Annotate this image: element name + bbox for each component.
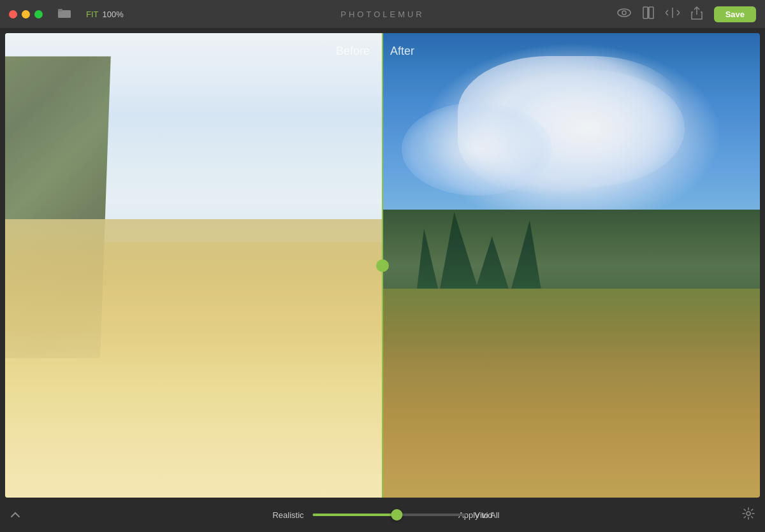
titlebar-right: Save	[617, 6, 756, 23]
divider-handle[interactable]	[376, 259, 389, 272]
before-label: Before	[336, 45, 370, 58]
eye-icon[interactable]	[617, 8, 631, 20]
svg-rect-6	[649, 7, 653, 18]
book-icon[interactable]	[643, 6, 654, 22]
realistic-label: Realistic	[272, 510, 303, 520]
slider-thumb[interactable]	[391, 509, 403, 521]
chevron-up-icon[interactable]	[10, 509, 20, 521]
save-button[interactable]: Save	[714, 6, 756, 22]
zoom-info: FIT 100%	[86, 10, 124, 19]
after-label: After	[390, 45, 414, 58]
compare-icon[interactable]	[666, 8, 680, 21]
photo-container: Before After	[5, 33, 760, 498]
close-button[interactable]	[9, 10, 17, 18]
image-area: Before After	[5, 33, 760, 498]
gear-icon[interactable]	[742, 507, 755, 523]
svg-point-4	[622, 11, 626, 15]
maximize-button[interactable]	[34, 10, 43, 18]
minimize-button[interactable]	[22, 10, 30, 18]
before-photo: Before	[5, 33, 382, 498]
traffic-lights	[9, 10, 43, 18]
share-icon[interactable]	[691, 6, 703, 23]
style-slider-section: Realistic Vivid	[272, 510, 492, 520]
split-divider[interactable]	[382, 33, 383, 498]
fit-label: FIT	[86, 10, 99, 19]
zoom-percent: 100%	[103, 10, 124, 19]
titlebar: FIT 100% PHOTOLEMUR	[0, 0, 765, 28]
app-title: PHOTOLEMUR	[340, 10, 425, 19]
vivid-label: Vivid	[475, 510, 493, 520]
style-slider-track[interactable]	[313, 514, 466, 516]
svg-point-9	[747, 512, 750, 515]
svg-point-3	[618, 9, 630, 17]
svg-rect-2	[58, 9, 62, 11]
slider-fill	[313, 514, 397, 516]
folder-icon[interactable]	[58, 8, 71, 20]
bottom-bar: Realistic Vivid Apply to All	[0, 498, 765, 532]
after-photo: After	[382, 33, 760, 498]
svg-rect-5	[643, 7, 648, 18]
